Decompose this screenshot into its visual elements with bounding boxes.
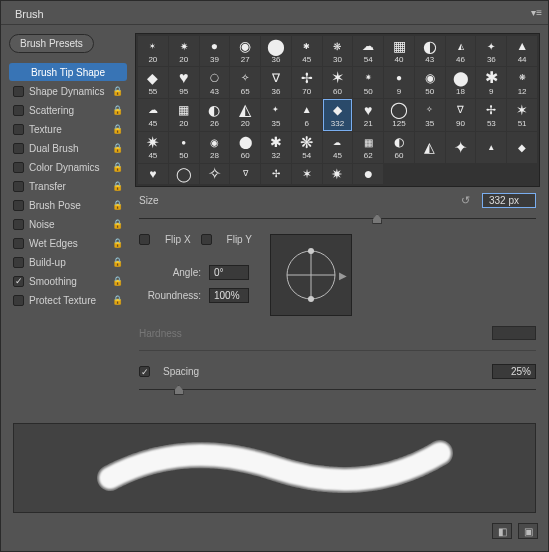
option-checkbox[interactable] [13, 124, 24, 135]
option-brush-pose[interactable]: Brush Pose🔒 [9, 196, 127, 214]
brush-thumb[interactable]: ✦36 [476, 36, 506, 66]
roundness-input[interactable]: 100% [209, 288, 249, 303]
brush-thumb[interactable]: ◭ [415, 132, 445, 162]
option-scattering[interactable]: Scattering🔒 [9, 101, 127, 119]
brush-thumb[interactable]: ▦62 [353, 132, 383, 162]
option-noise[interactable]: Noise🔒 [9, 215, 127, 233]
brush-thumb[interactable]: ✢53 [476, 99, 506, 131]
reset-size-icon[interactable]: ↺ [461, 194, 470, 207]
option-checkbox[interactable] [13, 295, 24, 306]
brush-thumb[interactable]: ✷20 [169, 36, 199, 66]
flipy-checkbox[interactable] [201, 234, 212, 245]
brush-thumb[interactable]: ✧35 [415, 99, 445, 131]
brush-thumb[interactable]: ◯125 [384, 99, 414, 131]
brush-thumb[interactable]: ⬤18 [446, 67, 476, 97]
brush-thumb[interactable]: ✶ [292, 164, 322, 184]
brush-thumb[interactable]: ◐60 [384, 132, 414, 162]
flipx-checkbox[interactable] [139, 234, 150, 245]
brush-thumb[interactable]: ✧65 [230, 67, 260, 97]
option-checkbox[interactable] [13, 162, 24, 173]
option-checkbox[interactable] [13, 86, 24, 97]
brush-thumb[interactable]: ✢ [261, 164, 291, 184]
brush-presets-button[interactable]: Brush Presets [9, 34, 94, 53]
option-smoothing[interactable]: Smoothing🔒 [9, 272, 127, 290]
option-color-dynamics[interactable]: Color Dynamics🔒 [9, 158, 127, 176]
brush-thumb[interactable]: ⬤36 [261, 36, 291, 66]
brush-thumb[interactable]: ∇36 [261, 67, 291, 97]
new-preset-icon[interactable]: ▣ [518, 523, 538, 539]
brush-thumb[interactable]: ◆55 [138, 67, 168, 97]
option-checkbox[interactable] [13, 200, 24, 211]
brush-thumb[interactable]: ✶20 [138, 36, 168, 66]
brush-thumb[interactable]: ●50 [169, 132, 199, 162]
option-checkbox[interactable] [13, 105, 24, 116]
brush-thumb[interactable]: ✷50 [353, 67, 383, 97]
brush-thumbnail-grid[interactable]: ✶20✷20●39◉27⬤36✱45❋30☁54▦40◐43◭46✦36▲44◆… [135, 33, 540, 187]
spacing-slider[interactable] [139, 383, 536, 397]
brush-thumb[interactable]: ❋12 [507, 67, 537, 97]
brush-tab[interactable]: Brush [7, 2, 52, 24]
option-texture[interactable]: Texture🔒 [9, 120, 127, 138]
brush-thumb[interactable]: ☁54 [353, 36, 383, 66]
brush-thumb[interactable]: ✦ [446, 132, 476, 162]
spacing-checkbox[interactable] [139, 366, 150, 377]
brush-thumb[interactable]: ◉28 [200, 132, 230, 162]
brush-thumb[interactable]: ☁45 [323, 132, 353, 162]
brush-thumb[interactable]: ✷ [323, 164, 353, 184]
brush-thumb[interactable]: ◉50 [415, 67, 445, 97]
brush-thumb[interactable]: ✧ [200, 164, 230, 184]
brush-thumb[interactable]: ✱32 [261, 132, 291, 162]
option-transfer[interactable]: Transfer🔒 [9, 177, 127, 195]
brush-thumb[interactable]: ◐43 [415, 36, 445, 66]
brush-thumb[interactable]: ◉27 [230, 36, 260, 66]
brush-thumb[interactable]: ▲44 [507, 36, 537, 66]
option-brush-tip-shape[interactable]: Brush Tip Shape [9, 63, 127, 81]
brush-thumb[interactable]: ◆ [507, 132, 537, 162]
brush-thumb[interactable]: ◆332 [323, 99, 353, 131]
option-checkbox[interactable] [13, 219, 24, 230]
option-checkbox[interactable] [13, 238, 24, 249]
size-slider[interactable] [139, 212, 536, 226]
brush-thumb[interactable]: ♥21 [353, 99, 383, 131]
brush-thumb[interactable]: ▦40 [384, 36, 414, 66]
toggle-preview-icon[interactable]: ◧ [492, 523, 512, 539]
option-dual-brush[interactable]: Dual Brush🔒 [9, 139, 127, 157]
brush-thumb[interactable]: ▲ [476, 132, 506, 162]
brush-thumb[interactable]: ✱9 [476, 67, 506, 97]
brush-thumb[interactable]: ♥ [138, 164, 168, 184]
angle-input[interactable]: 0° [209, 265, 249, 280]
brush-thumb[interactable]: ◭46 [446, 36, 476, 66]
option-checkbox[interactable] [13, 143, 24, 154]
brush-thumb[interactable]: ◭20 [230, 99, 260, 131]
brush-thumb[interactable]: ☁45 [138, 99, 168, 131]
brush-thumb[interactable]: ⬤60 [230, 132, 260, 162]
brush-thumb[interactable]: ●9 [384, 67, 414, 97]
option-checkbox[interactable] [13, 257, 24, 268]
brush-thumb[interactable]: ◐26 [200, 99, 230, 131]
brush-thumb[interactable]: ∇90 [446, 99, 476, 131]
brush-thumb[interactable]: ∇ [230, 164, 260, 184]
brush-thumb[interactable]: ❋30 [323, 36, 353, 66]
brush-thumb[interactable]: ❋54 [292, 132, 322, 162]
option-checkbox[interactable] [13, 276, 24, 287]
spacing-input[interactable]: 25% [492, 364, 536, 379]
option-protect-texture[interactable]: Protect Texture🔒 [9, 291, 127, 309]
angle-roundness-control[interactable]: ▶ [270, 234, 352, 316]
brush-thumb[interactable]: ◯43 [200, 67, 230, 97]
option-shape-dynamics[interactable]: Shape Dynamics🔒 [9, 82, 127, 100]
brush-thumb[interactable]: ✱45 [292, 36, 322, 66]
brush-thumb[interactable]: ♥95 [169, 67, 199, 97]
option-checkbox[interactable] [13, 181, 24, 192]
brush-thumb[interactable]: ✢70 [292, 67, 322, 97]
brush-thumb[interactable]: ✶60 [323, 67, 353, 97]
brush-thumb[interactable]: ◯ [169, 164, 199, 184]
option-wet-edges[interactable]: Wet Edges🔒 [9, 234, 127, 252]
brush-thumb[interactable]: ●39 [200, 36, 230, 66]
brush-thumb[interactable]: ▲6 [292, 99, 322, 131]
brush-thumb[interactable]: ▦20 [169, 99, 199, 131]
brush-thumb[interactable]: ● [353, 164, 383, 184]
option-build-up[interactable]: Build-up🔒 [9, 253, 127, 271]
size-input[interactable]: 332 px [482, 193, 536, 208]
brush-thumb[interactable]: ✷45 [138, 132, 168, 162]
brush-thumb[interactable]: ✦35 [261, 99, 291, 131]
